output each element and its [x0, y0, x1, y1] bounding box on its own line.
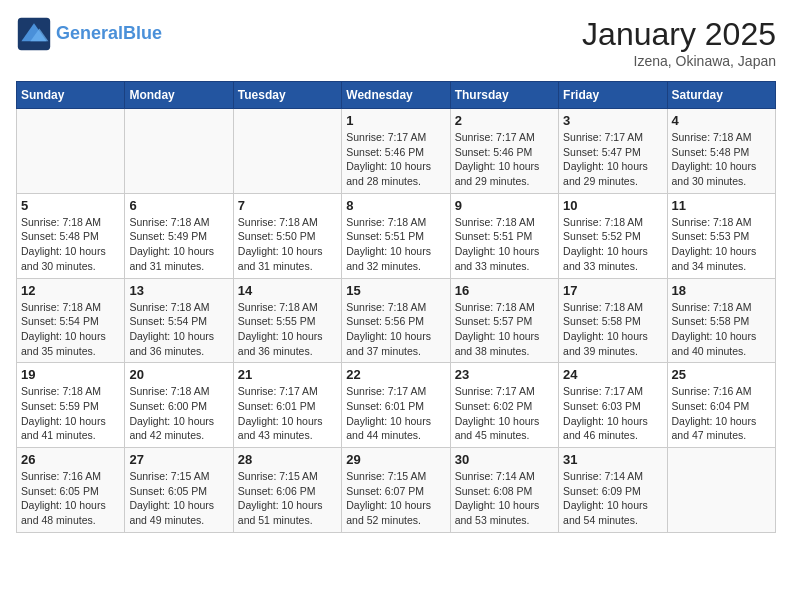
title-area: January 2025 Izena, Okinawa, Japan [582, 16, 776, 69]
logo-line1: General [56, 23, 123, 43]
day-number: 21 [238, 367, 337, 382]
day-number: 28 [238, 452, 337, 467]
day-info: Sunrise: 7:17 AM Sunset: 5:47 PM Dayligh… [563, 130, 662, 189]
day-info: Sunrise: 7:18 AM Sunset: 5:56 PM Dayligh… [346, 300, 445, 359]
calendar-table: SundayMondayTuesdayWednesdayThursdayFrid… [16, 81, 776, 533]
day-info: Sunrise: 7:18 AM Sunset: 5:58 PM Dayligh… [672, 300, 771, 359]
day-info: Sunrise: 7:18 AM Sunset: 5:48 PM Dayligh… [21, 215, 120, 274]
calendar-cell: 10Sunrise: 7:18 AM Sunset: 5:52 PM Dayli… [559, 193, 667, 278]
day-info: Sunrise: 7:18 AM Sunset: 5:54 PM Dayligh… [129, 300, 228, 359]
day-info: Sunrise: 7:15 AM Sunset: 6:05 PM Dayligh… [129, 469, 228, 528]
calendar-week-2: 5Sunrise: 7:18 AM Sunset: 5:48 PM Daylig… [17, 193, 776, 278]
location-subtitle: Izena, Okinawa, Japan [582, 53, 776, 69]
day-number: 18 [672, 283, 771, 298]
calendar-cell [667, 448, 775, 533]
day-info: Sunrise: 7:15 AM Sunset: 6:06 PM Dayligh… [238, 469, 337, 528]
calendar-cell: 1Sunrise: 7:17 AM Sunset: 5:46 PM Daylig… [342, 109, 450, 194]
day-info: Sunrise: 7:18 AM Sunset: 5:48 PM Dayligh… [672, 130, 771, 189]
day-info: Sunrise: 7:18 AM Sunset: 5:52 PM Dayligh… [563, 215, 662, 274]
calendar-cell: 12Sunrise: 7:18 AM Sunset: 5:54 PM Dayli… [17, 278, 125, 363]
calendar-body: 1Sunrise: 7:17 AM Sunset: 5:46 PM Daylig… [17, 109, 776, 533]
calendar-week-4: 19Sunrise: 7:18 AM Sunset: 5:59 PM Dayli… [17, 363, 776, 448]
day-info: Sunrise: 7:18 AM Sunset: 5:51 PM Dayligh… [346, 215, 445, 274]
day-number: 7 [238, 198, 337, 213]
weekday-header-wednesday: Wednesday [342, 82, 450, 109]
day-number: 26 [21, 452, 120, 467]
day-number: 22 [346, 367, 445, 382]
calendar-cell: 21Sunrise: 7:17 AM Sunset: 6:01 PM Dayli… [233, 363, 341, 448]
day-number: 5 [21, 198, 120, 213]
weekday-header-friday: Friday [559, 82, 667, 109]
day-info: Sunrise: 7:16 AM Sunset: 6:04 PM Dayligh… [672, 384, 771, 443]
day-number: 16 [455, 283, 554, 298]
day-info: Sunrise: 7:16 AM Sunset: 6:05 PM Dayligh… [21, 469, 120, 528]
weekday-header-sunday: Sunday [17, 82, 125, 109]
calendar-week-5: 26Sunrise: 7:16 AM Sunset: 6:05 PM Dayli… [17, 448, 776, 533]
day-number: 3 [563, 113, 662, 128]
calendar-cell: 23Sunrise: 7:17 AM Sunset: 6:02 PM Dayli… [450, 363, 558, 448]
day-info: Sunrise: 7:18 AM Sunset: 5:55 PM Dayligh… [238, 300, 337, 359]
day-info: Sunrise: 7:17 AM Sunset: 5:46 PM Dayligh… [455, 130, 554, 189]
day-number: 8 [346, 198, 445, 213]
day-info: Sunrise: 7:17 AM Sunset: 6:02 PM Dayligh… [455, 384, 554, 443]
weekday-header-thursday: Thursday [450, 82, 558, 109]
day-number: 1 [346, 113, 445, 128]
calendar-cell: 26Sunrise: 7:16 AM Sunset: 6:05 PM Dayli… [17, 448, 125, 533]
day-info: Sunrise: 7:17 AM Sunset: 6:01 PM Dayligh… [238, 384, 337, 443]
calendar-cell: 11Sunrise: 7:18 AM Sunset: 5:53 PM Dayli… [667, 193, 775, 278]
day-number: 15 [346, 283, 445, 298]
weekday-header-monday: Monday [125, 82, 233, 109]
day-info: Sunrise: 7:18 AM Sunset: 5:59 PM Dayligh… [21, 384, 120, 443]
day-info: Sunrise: 7:18 AM Sunset: 5:58 PM Dayligh… [563, 300, 662, 359]
day-number: 14 [238, 283, 337, 298]
day-info: Sunrise: 7:18 AM Sunset: 5:54 PM Dayligh… [21, 300, 120, 359]
calendar-cell: 5Sunrise: 7:18 AM Sunset: 5:48 PM Daylig… [17, 193, 125, 278]
day-number: 29 [346, 452, 445, 467]
page-header: GeneralBlue January 2025 Izena, Okinawa,… [16, 16, 776, 69]
calendar-cell: 18Sunrise: 7:18 AM Sunset: 5:58 PM Dayli… [667, 278, 775, 363]
calendar-cell: 30Sunrise: 7:14 AM Sunset: 6:08 PM Dayli… [450, 448, 558, 533]
day-info: Sunrise: 7:17 AM Sunset: 6:03 PM Dayligh… [563, 384, 662, 443]
calendar-cell [125, 109, 233, 194]
day-info: Sunrise: 7:18 AM Sunset: 5:53 PM Dayligh… [672, 215, 771, 274]
day-number: 13 [129, 283, 228, 298]
month-title: January 2025 [582, 16, 776, 53]
calendar-cell: 19Sunrise: 7:18 AM Sunset: 5:59 PM Dayli… [17, 363, 125, 448]
day-info: Sunrise: 7:15 AM Sunset: 6:07 PM Dayligh… [346, 469, 445, 528]
logo-icon [16, 16, 52, 52]
calendar-week-1: 1Sunrise: 7:17 AM Sunset: 5:46 PM Daylig… [17, 109, 776, 194]
calendar-cell: 7Sunrise: 7:18 AM Sunset: 5:50 PM Daylig… [233, 193, 341, 278]
calendar-cell: 4Sunrise: 7:18 AM Sunset: 5:48 PM Daylig… [667, 109, 775, 194]
calendar-cell: 15Sunrise: 7:18 AM Sunset: 5:56 PM Dayli… [342, 278, 450, 363]
calendar-cell: 13Sunrise: 7:18 AM Sunset: 5:54 PM Dayli… [125, 278, 233, 363]
weekday-header-row: SundayMondayTuesdayWednesdayThursdayFrid… [17, 82, 776, 109]
logo: GeneralBlue [16, 16, 162, 52]
day-number: 20 [129, 367, 228, 382]
day-info: Sunrise: 7:18 AM Sunset: 5:51 PM Dayligh… [455, 215, 554, 274]
day-number: 2 [455, 113, 554, 128]
calendar-cell: 20Sunrise: 7:18 AM Sunset: 6:00 PM Dayli… [125, 363, 233, 448]
calendar-cell: 6Sunrise: 7:18 AM Sunset: 5:49 PM Daylig… [125, 193, 233, 278]
calendar-week-3: 12Sunrise: 7:18 AM Sunset: 5:54 PM Dayli… [17, 278, 776, 363]
day-number: 25 [672, 367, 771, 382]
day-number: 6 [129, 198, 228, 213]
calendar-cell: 31Sunrise: 7:14 AM Sunset: 6:09 PM Dayli… [559, 448, 667, 533]
calendar-cell: 9Sunrise: 7:18 AM Sunset: 5:51 PM Daylig… [450, 193, 558, 278]
weekday-header-saturday: Saturday [667, 82, 775, 109]
calendar-cell: 25Sunrise: 7:16 AM Sunset: 6:04 PM Dayli… [667, 363, 775, 448]
day-info: Sunrise: 7:14 AM Sunset: 6:09 PM Dayligh… [563, 469, 662, 528]
logo-text: GeneralBlue [56, 24, 162, 44]
day-info: Sunrise: 7:14 AM Sunset: 6:08 PM Dayligh… [455, 469, 554, 528]
calendar-cell: 29Sunrise: 7:15 AM Sunset: 6:07 PM Dayli… [342, 448, 450, 533]
calendar-cell: 3Sunrise: 7:17 AM Sunset: 5:47 PM Daylig… [559, 109, 667, 194]
day-info: Sunrise: 7:18 AM Sunset: 5:49 PM Dayligh… [129, 215, 228, 274]
day-number: 23 [455, 367, 554, 382]
calendar-cell: 27Sunrise: 7:15 AM Sunset: 6:05 PM Dayli… [125, 448, 233, 533]
day-number: 30 [455, 452, 554, 467]
day-number: 10 [563, 198, 662, 213]
calendar-cell [233, 109, 341, 194]
logo-line2: Blue [123, 23, 162, 43]
day-info: Sunrise: 7:17 AM Sunset: 5:46 PM Dayligh… [346, 130, 445, 189]
day-number: 12 [21, 283, 120, 298]
day-info: Sunrise: 7:17 AM Sunset: 6:01 PM Dayligh… [346, 384, 445, 443]
